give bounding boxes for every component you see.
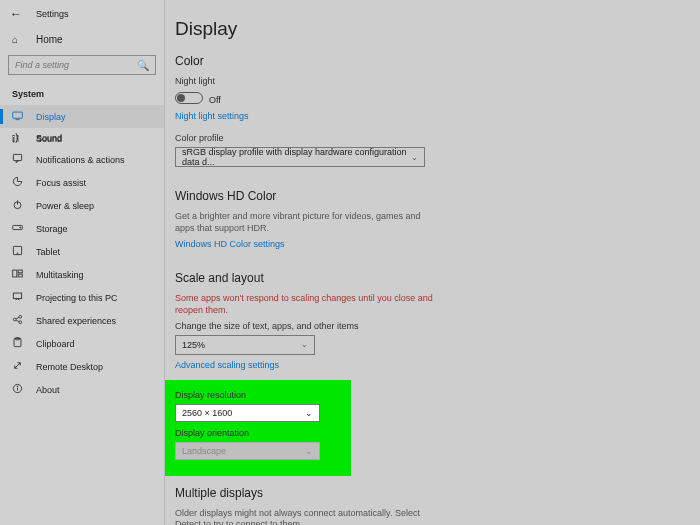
sidebar-item-projecting[interactable]: Projecting to this PC — [0, 286, 164, 309]
notifications-icon — [12, 153, 24, 166]
content-area: Display Color Night light Off Night ligh… — [175, 0, 700, 525]
svg-point-14 — [19, 315, 22, 318]
sidebar-item-display[interactable]: Display — [0, 105, 164, 128]
search-field[interactable] — [15, 60, 137, 70]
nav-label: Projecting to this PC — [36, 293, 118, 303]
nav-label: Display — [36, 112, 66, 122]
clipboard-icon — [12, 337, 24, 350]
multi-heading: Multiple displays — [175, 486, 660, 500]
sidebar-item-storage[interactable]: Storage — [0, 217, 164, 240]
svg-point-6 — [20, 227, 21, 228]
sidebar-item-shared[interactable]: Shared experiences — [0, 309, 164, 332]
multitasking-icon — [12, 268, 24, 281]
nav-label: Shared experiences — [36, 316, 116, 326]
home-label: Home — [36, 34, 63, 45]
color-heading: Color — [175, 54, 660, 68]
night-light-label: Night light — [175, 76, 660, 86]
scale-heading: Scale and layout — [175, 271, 660, 285]
svg-rect-12 — [13, 293, 21, 299]
svg-rect-9 — [13, 270, 17, 277]
display-icon — [12, 110, 24, 123]
svg-point-22 — [17, 386, 18, 387]
night-light-toggle[interactable] — [175, 92, 203, 104]
highlight-annotation: Display resolution 2560 × 1600 ⌄ Display… — [165, 380, 351, 476]
storage-icon — [12, 222, 24, 235]
search-input[interactable]: 🔍 — [8, 55, 156, 75]
svg-rect-10 — [18, 270, 22, 273]
focus-icon — [12, 176, 24, 189]
projecting-icon — [12, 291, 24, 304]
chevron-down-icon: ⌄ — [301, 340, 308, 349]
power-icon — [12, 199, 24, 212]
sidebar: ← Settings ⌂ Home 🔍 System Display 𝘽 So… — [0, 0, 165, 525]
night-light-state: Off — [209, 95, 221, 105]
sidebar-item-multitasking[interactable]: Multitasking — [0, 263, 164, 286]
scale-select[interactable]: 125% ⌄ — [175, 335, 315, 355]
chevron-down-icon: ⌄ — [305, 446, 313, 456]
multi-desc: Older displays might not always connect … — [175, 508, 435, 525]
chevron-down-icon: ⌄ — [411, 153, 418, 162]
hdcolor-link[interactable]: Windows HD Color settings — [175, 239, 285, 249]
sidebar-item-tablet[interactable]: Tablet — [0, 240, 164, 263]
about-icon — [12, 383, 24, 396]
scale-change-label: Change the size of text, apps, and other… — [175, 321, 660, 331]
nav-label: Clipboard — [36, 339, 75, 349]
scale-value: 125% — [182, 340, 205, 350]
nav-label: Remote Desktop — [36, 362, 103, 372]
page-title: Display — [175, 18, 660, 40]
scale-warning: Some apps won't respond to scaling chang… — [175, 293, 435, 316]
night-light-settings-link[interactable]: Night light settings — [175, 111, 249, 121]
svg-rect-11 — [18, 274, 22, 277]
search-icon: 🔍 — [137, 60, 149, 71]
sidebar-item-sound[interactable]: ¡) Sound — [0, 127, 164, 148]
back-button[interactable]: ← — [10, 7, 22, 21]
sidebar-item-about[interactable]: About — [0, 378, 164, 401]
svg-point-13 — [13, 318, 16, 321]
advanced-scaling-link[interactable]: Advanced scaling settings — [175, 360, 279, 370]
svg-line-17 — [16, 320, 19, 321]
window-title: Settings — [36, 9, 69, 19]
svg-rect-0 — [13, 112, 23, 118]
section-heading: System — [0, 85, 164, 105]
remote-icon — [12, 360, 24, 373]
nav-label: Multitasking — [36, 270, 84, 280]
color-profile-value: sRGB display profile with display hardwa… — [182, 147, 411, 167]
nav-label: Power & sleep — [36, 201, 94, 211]
nav-label: Tablet — [36, 247, 60, 257]
home-icon: ⌂ — [12, 34, 24, 45]
color-profile-select[interactable]: sRGB display profile with display hardwa… — [175, 147, 425, 167]
sidebar-item-remote[interactable]: Remote Desktop — [0, 355, 164, 378]
svg-line-16 — [16, 317, 19, 318]
svg-rect-2 — [13, 154, 21, 160]
color-profile-label: Color profile — [175, 133, 660, 143]
shared-icon — [12, 314, 24, 327]
orientation-select: Landscape ⌄ — [175, 442, 320, 460]
nav-label: About — [36, 385, 60, 395]
sidebar-item-power[interactable]: Power & sleep — [0, 194, 164, 217]
nav-label: Sound — [36, 133, 62, 143]
tablet-icon — [12, 245, 24, 258]
sidebar-item-notifications[interactable]: Notifications & actions — [0, 148, 164, 171]
nav-label: Storage — [36, 224, 68, 234]
orientation-label: Display orientation — [175, 428, 341, 438]
orientation-value: Landscape — [182, 446, 226, 456]
home-nav[interactable]: ⌂ Home — [0, 28, 164, 51]
resolution-label: Display resolution — [175, 390, 341, 400]
resolution-value: 2560 × 1600 — [182, 408, 232, 418]
nav-label: Notifications & actions — [36, 155, 125, 165]
svg-point-15 — [19, 321, 22, 324]
sound-icon: ¡) — [12, 132, 24, 143]
sidebar-item-focus[interactable]: Focus assist — [0, 171, 164, 194]
hdcolor-desc: Get a brighter and more vibrant picture … — [175, 211, 435, 234]
chevron-down-icon: ⌄ — [305, 408, 313, 418]
svg-point-8 — [17, 253, 18, 254]
sidebar-item-clipboard[interactable]: Clipboard — [0, 332, 164, 355]
hdcolor-heading: Windows HD Color — [175, 189, 660, 203]
resolution-select[interactable]: 2560 × 1600 ⌄ — [175, 404, 320, 422]
nav-label: Focus assist — [36, 178, 86, 188]
